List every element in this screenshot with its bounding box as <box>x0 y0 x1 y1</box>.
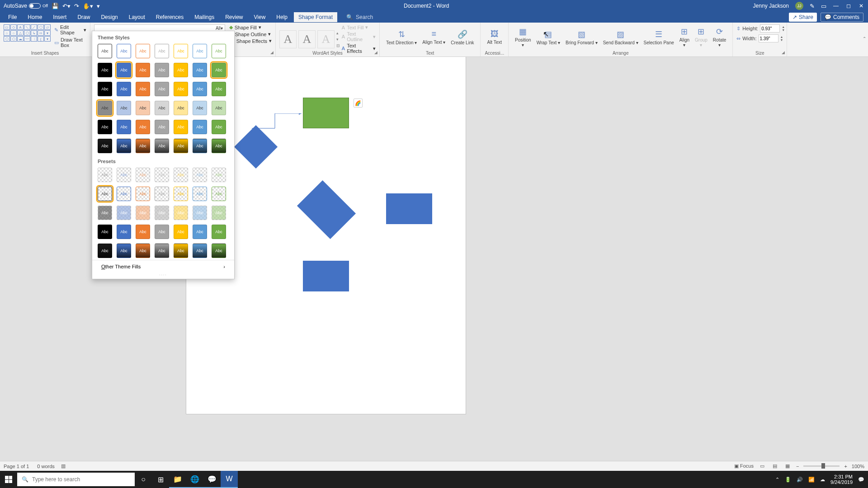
style-swatch[interactable]: Abc <box>193 244 207 258</box>
style-swatch[interactable]: Abc <box>174 101 188 115</box>
style-swatch[interactable]: Abc <box>98 244 112 258</box>
task-view-icon[interactable]: ⊞ <box>152 471 169 488</box>
style-swatch[interactable]: Abc <box>212 101 226 115</box>
style-swatch[interactable]: Abc <box>136 168 150 182</box>
tab-draw[interactable]: Draw <box>73 12 94 22</box>
clock[interactable]: 2:31 PM 9/24/2019 <box>830 474 853 485</box>
style-swatch[interactable]: Abc <box>155 225 169 239</box>
tab-file[interactable]: File <box>4 12 21 22</box>
height-input[interactable] <box>760 24 780 33</box>
cortana-icon[interactable]: ○ <box>135 471 152 488</box>
tab-design[interactable]: Design <box>96 12 122 22</box>
tab-shape-format[interactable]: Shape Format <box>294 12 337 22</box>
web-layout-icon[interactable]: ▦ <box>783 463 792 469</box>
layout-options-icon[interactable]: 🌈 <box>354 99 363 108</box>
file-explorer-icon[interactable]: 📁 <box>169 471 186 488</box>
tray-expand-icon[interactable]: ⌃ <box>775 477 779 483</box>
spinner-down[interactable]: ▼ <box>782 28 785 32</box>
zoom-in[interactable]: + <box>844 464 847 469</box>
style-swatch[interactable]: Abc <box>174 168 188 182</box>
style-swatch[interactable]: Abc <box>193 225 207 239</box>
style-swatch[interactable]: Abc <box>117 63 131 77</box>
shape-rectangle-3[interactable] <box>303 261 349 291</box>
start-button[interactable] <box>0 471 17 488</box>
style-swatch[interactable]: Abc <box>117 139 131 153</box>
shape-effects-button[interactable]: ◯Shape Effects ▾ <box>229 38 272 44</box>
style-swatch[interactable]: Abc <box>117 44 131 58</box>
style-swatch[interactable]: Abc <box>155 44 169 58</box>
style-swatch[interactable]: Abc <box>212 206 226 220</box>
style-swatch[interactable]: Abc <box>174 82 188 96</box>
style-swatch[interactable]: Abc <box>212 120 226 134</box>
ribbon-display-icon[interactable]: ▭ <box>821 3 826 9</box>
style-swatch[interactable]: Abc <box>174 120 188 134</box>
shape-outline-button[interactable]: ✎Shape Outline ▾ <box>229 31 272 37</box>
style-swatch[interactable]: Abc <box>212 225 226 239</box>
style-swatch[interactable]: Abc <box>212 82 226 96</box>
style-swatch[interactable]: Abc <box>193 168 207 182</box>
style-swatch[interactable]: Abc <box>155 244 169 258</box>
style-swatch[interactable]: Abc <box>117 82 131 96</box>
word-icon[interactable]: W <box>221 471 238 488</box>
style-swatch[interactable]: Abc <box>212 63 226 77</box>
style-swatch[interactable]: Abc <box>155 101 169 115</box>
rotate-button[interactable]: ⟳Rotate▾ <box>710 24 729 50</box>
style-swatch[interactable]: Abc <box>136 187 150 201</box>
redo-icon[interactable]: ↷ <box>74 3 79 9</box>
comments-button[interactable]: 💬Comments <box>821 13 863 22</box>
style-swatch[interactable]: Abc <box>98 82 112 96</box>
print-layout-icon[interactable]: ▤ <box>771 463 779 469</box>
style-swatch[interactable]: Abc <box>174 206 188 220</box>
text-direction-button[interactable]: ⇅Text Direction ▾ <box>383 24 420 50</box>
shape-styles-launcher[interactable]: ◢ <box>270 50 274 55</box>
position-button[interactable]: ▦Position▾ <box>512 24 534 50</box>
create-link-button[interactable]: 🔗Create Link <box>448 24 476 50</box>
wrap-text-button[interactable]: ▤Wrap Text ▾ <box>534 24 563 50</box>
style-swatch[interactable]: Abc <box>155 82 169 96</box>
style-swatch[interactable]: Abc <box>136 139 150 153</box>
spinner-up[interactable]: ▲ <box>782 25 785 28</box>
tab-help[interactable]: Help <box>272 12 292 22</box>
style-swatch[interactable]: Abc <box>174 139 188 153</box>
tab-view[interactable]: View <box>250 12 270 22</box>
style-swatch[interactable]: Abc <box>193 139 207 153</box>
wordart-style[interactable]: A <box>317 30 335 48</box>
spinner-up[interactable]: ▲ <box>780 35 783 38</box>
style-swatch[interactable]: Abc <box>136 101 150 115</box>
style-swatch[interactable]: Abc <box>155 206 169 220</box>
align-button[interactable]: ⊞Align▾ <box>677 24 692 50</box>
style-swatch[interactable]: Abc <box>98 63 112 77</box>
chrome-icon[interactable]: 🌐 <box>186 471 203 488</box>
maximize-button[interactable]: ◻ <box>845 3 852 9</box>
width-input[interactable] <box>759 34 778 42</box>
draw-text-box-button[interactable]: ▭Draw Text Box <box>54 37 86 48</box>
close-button[interactable]: ✕ <box>858 3 864 9</box>
connector-arrow[interactable] <box>252 113 304 129</box>
style-swatch[interactable]: Abc <box>212 168 226 182</box>
style-swatch[interactable]: Abc <box>193 187 207 201</box>
style-swatch[interactable]: Abc <box>117 120 131 134</box>
style-swatch[interactable]: Abc <box>174 63 188 77</box>
style-swatch[interactable]: Abc <box>98 44 112 58</box>
user-name[interactable]: Jenny Jackson <box>753 3 789 9</box>
avatar[interactable]: JJ <box>795 2 803 10</box>
share-button[interactable]: ↗Share <box>789 13 817 22</box>
spinner-down[interactable]: ▼ <box>780 38 783 42</box>
style-swatch[interactable]: Abc <box>174 44 188 58</box>
battery-icon[interactable]: 🔋 <box>785 477 791 483</box>
style-swatch[interactable]: Abc <box>117 101 131 115</box>
zoom-level[interactable]: 100% <box>852 464 864 469</box>
style-swatch[interactable]: Abc <box>98 225 112 239</box>
toggle-switch[interactable] <box>29 3 41 9</box>
tab-insert[interactable]: Insert <box>48 12 71 22</box>
style-swatch[interactable]: Abc <box>98 101 112 115</box>
style-swatch[interactable]: Abc <box>155 63 169 77</box>
volume-icon[interactable]: 🔊 <box>797 477 803 483</box>
onedrive-icon[interactable]: ☁ <box>820 477 825 483</box>
wifi-icon[interactable]: 📶 <box>808 477 815 483</box>
style-swatch[interactable]: Abc <box>136 206 150 220</box>
read-mode-icon[interactable]: ▭ <box>758 463 766 469</box>
style-swatch[interactable]: Abc <box>98 168 112 182</box>
slack-icon[interactable]: 💬 <box>203 471 221 488</box>
selection-pane-button[interactable]: ☰Selection Pane <box>641 24 677 50</box>
